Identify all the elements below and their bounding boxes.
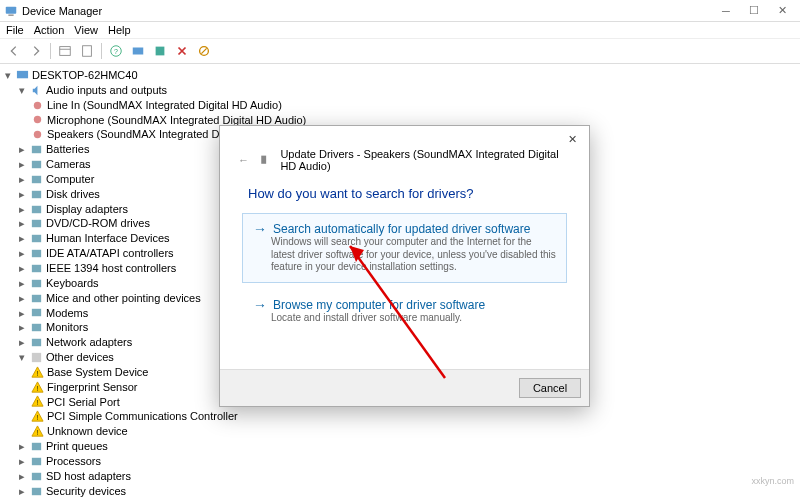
svg-rect-7 <box>133 48 144 55</box>
warning-icon: ! <box>31 425 44 438</box>
svg-text:!: ! <box>36 369 38 378</box>
tree-label: Audio inputs and outputs <box>46 83 167 98</box>
collapse-icon[interactable]: ▾ <box>16 352 27 363</box>
tree-label: Modems <box>46 306 88 321</box>
expand-icon[interactable]: ▸ <box>16 278 27 289</box>
arrow-icon: → <box>253 298 267 312</box>
properties-button[interactable] <box>77 41 97 61</box>
tree-label: IDE ATA/ATAPI controllers <box>46 246 174 261</box>
arrow-icon: → <box>253 222 267 236</box>
watermark: xxkyn.com <box>751 476 794 486</box>
warning-icon: ! <box>31 410 44 423</box>
svg-rect-1 <box>8 14 13 15</box>
option-browse-computer[interactable]: →Browse my computer for driver software … <box>242 289 567 334</box>
expand-icon[interactable]: ▸ <box>16 189 27 200</box>
collapse-icon[interactable]: ▾ <box>2 70 13 81</box>
device-icon <box>30 217 43 230</box>
window-title: Device Manager <box>22 5 712 17</box>
tree-device[interactable]: !Unknown device <box>2 424 798 439</box>
option-title: Browse my computer for driver software <box>273 298 485 312</box>
minimize-button[interactable]: ─ <box>712 1 740 21</box>
svg-rect-29 <box>32 353 41 362</box>
expand-icon[interactable]: ▸ <box>16 471 27 482</box>
expand-icon[interactable]: ▸ <box>16 174 27 185</box>
disable-button[interactable] <box>194 41 214 61</box>
svg-rect-23 <box>32 265 41 272</box>
svg-rect-27 <box>32 324 41 331</box>
tree-label: Batteries <box>46 142 89 157</box>
tree-label: DESKTOP-62HMC40 <box>32 68 138 83</box>
expand-icon[interactable]: ▸ <box>16 263 27 274</box>
option-title: Search automatically for updated driver … <box>273 222 530 236</box>
tree-label: Monitors <box>46 320 88 335</box>
menu-action[interactable]: Action <box>34 24 65 36</box>
scan-button[interactable] <box>128 41 148 61</box>
svg-text:!: ! <box>36 414 38 423</box>
expand-icon[interactable]: ▸ <box>16 144 27 155</box>
back-button[interactable] <box>4 41 24 61</box>
svg-point-12 <box>34 101 41 108</box>
audio-device-icon <box>31 128 44 141</box>
menu-help[interactable]: Help <box>108 24 131 36</box>
svg-rect-18 <box>32 190 41 197</box>
svg-rect-24 <box>32 280 41 287</box>
expand-icon[interactable]: ▸ <box>16 218 27 229</box>
tree-category[interactable]: ▸Processors <box>2 454 798 469</box>
svg-rect-36 <box>32 458 41 465</box>
tree-device[interactable]: !PCI Simple Communications Controller <box>2 409 798 424</box>
help-button[interactable]: ? <box>106 41 126 61</box>
expand-icon[interactable]: ▸ <box>16 337 27 348</box>
svg-rect-35 <box>32 443 41 450</box>
cancel-button[interactable]: Cancel <box>519 378 581 398</box>
option-search-automatically[interactable]: →Search automatically for updated driver… <box>242 213 567 283</box>
forward-button[interactable] <box>26 41 46 61</box>
expand-icon[interactable]: ▸ <box>16 204 27 215</box>
device-icon <box>30 321 43 334</box>
menu-file[interactable]: File <box>6 24 24 36</box>
tree-category[interactable]: ▸Print queues <box>2 439 798 454</box>
tree-label: Line In (SoundMAX Integrated Digital HD … <box>47 98 282 113</box>
svg-rect-21 <box>32 235 41 242</box>
close-button[interactable]: ✕ <box>768 1 796 21</box>
menubar: File Action View Help <box>0 22 800 38</box>
expand-icon[interactable]: ▸ <box>16 322 27 333</box>
dialog-close-button[interactable]: ✕ <box>561 130 583 148</box>
maximize-button[interactable]: ☐ <box>740 1 768 21</box>
expand-icon[interactable]: ▸ <box>16 159 27 170</box>
dialog-question: How do you want to search for drivers? <box>220 178 589 207</box>
tree-label: Display adapters <box>46 202 128 217</box>
tree-device[interactable]: Line In (SoundMAX Integrated Digital HD … <box>2 98 798 113</box>
audio-device-icon <box>31 113 44 126</box>
expand-icon[interactable]: ▸ <box>16 486 27 497</box>
expand-icon[interactable]: ▸ <box>16 293 27 304</box>
tree-category[interactable]: ▸Security devices <box>2 484 798 499</box>
tree-category-audio[interactable]: ▾Audio inputs and outputs <box>2 83 798 98</box>
device-icon <box>30 292 43 305</box>
show-hidden-button[interactable] <box>55 41 75 61</box>
option-description: Locate and install driver software manua… <box>253 312 556 325</box>
expand-icon[interactable]: ▸ <box>16 456 27 467</box>
option-description: Windows will search your computer and th… <box>253 236 556 274</box>
computer-icon <box>16 69 29 82</box>
svg-line-10 <box>201 48 206 53</box>
expand-icon[interactable]: ▸ <box>16 441 27 452</box>
svg-rect-17 <box>32 176 41 183</box>
device-icon <box>30 277 43 290</box>
device-manager-icon <box>4 4 18 18</box>
expand-icon[interactable]: ▸ <box>16 233 27 244</box>
back-icon[interactable]: ← <box>238 154 249 166</box>
device-icon <box>30 306 43 319</box>
svg-rect-37 <box>32 472 41 479</box>
tree-root[interactable]: ▾DESKTOP-62HMC40 <box>2 68 798 83</box>
tree-label: Mice and other pointing devices <box>46 291 201 306</box>
expand-icon[interactable]: ▸ <box>16 307 27 318</box>
tree-label: Cameras <box>46 157 91 172</box>
collapse-icon[interactable]: ▾ <box>16 85 27 96</box>
update-driver-button[interactable] <box>150 41 170 61</box>
tree-label: Fingerprint Sensor <box>47 380 138 395</box>
menu-view[interactable]: View <box>74 24 98 36</box>
uninstall-button[interactable] <box>172 41 192 61</box>
expand-icon[interactable]: ▸ <box>16 248 27 259</box>
tree-category[interactable]: ▸SD host adapters <box>2 469 798 484</box>
dialog-title: Update Drivers - Speakers (SoundMAX Inte… <box>280 148 571 172</box>
